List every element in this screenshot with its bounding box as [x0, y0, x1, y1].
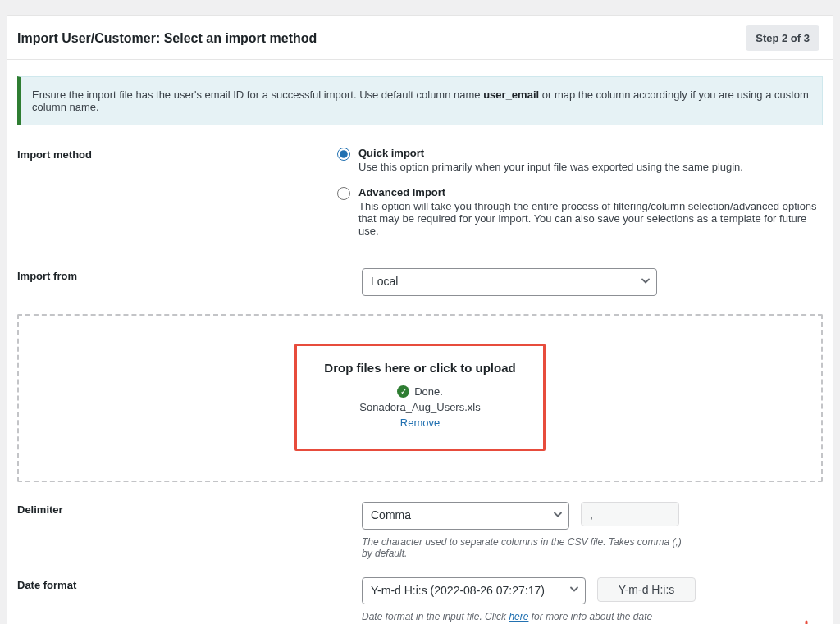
import-from-select[interactable]: Local [362, 268, 657, 296]
dropzone-title: Drop files here or click to upload [305, 361, 535, 375]
uploaded-filename: Sonadora_Aug_Users.xls [305, 401, 535, 413]
dropzone-highlight[interactable]: Drop files here or click to upload ✓ Don… [294, 344, 546, 452]
date-format-sample: Y-m-d H:i:s [597, 577, 696, 602]
date-help-prefix: Date format in the input file. Click [362, 611, 509, 622]
quick-import-title: Quick import [358, 147, 743, 159]
info-banner: Ensure the import file has the user's em… [17, 76, 823, 125]
date-help-link[interactable]: here [509, 611, 528, 622]
remove-file-link[interactable]: Remove [400, 417, 440, 429]
delimiter-input[interactable] [581, 502, 679, 526]
import-method-label: Import method [17, 147, 337, 161]
quick-import-radio[interactable] [337, 148, 350, 161]
info-banner-text-prefix: Ensure the import file has the user's em… [32, 89, 483, 101]
delimiter-label: Delimiter [17, 502, 337, 516]
advanced-import-desc: This option will take you through the en… [358, 200, 818, 237]
date-format-help: Date format in the input file. Click her… [362, 611, 682, 624]
page-title: Import User/Customer: Select an import m… [14, 31, 317, 46]
advanced-import-radio[interactable] [337, 187, 350, 200]
delimiter-select[interactable]: Comma [362, 502, 569, 530]
delimiter-help: The character used to separate columns i… [362, 536, 682, 559]
file-drop-area[interactable]: Drop files here or click to upload ✓ Don… [17, 314, 823, 483]
quick-import-desc: Use this option primarily when your inpu… [358, 161, 743, 173]
advanced-import-title: Advanced Import [358, 186, 818, 198]
check-circle-icon: ✓ [397, 385, 409, 398]
date-format-select[interactable]: Y-m-d H:i:s (2022-08-26 07:27:17) [362, 577, 586, 605]
info-banner-bold: user_email [483, 89, 539, 101]
import-from-label: Import from [17, 268, 337, 282]
step-badge: Step 2 of 3 [746, 25, 819, 51]
date-format-label: Date format [17, 577, 337, 591]
dropzone-done: Done. [414, 385, 443, 398]
